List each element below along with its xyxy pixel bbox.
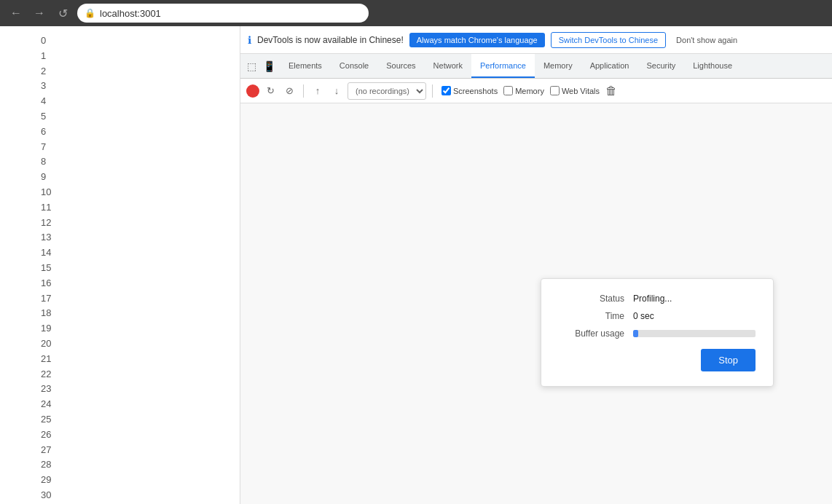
toolbar-separator [303,84,304,98]
back-button[interactable]: ← [7,4,25,22]
list-item: 17 [29,291,225,307]
list-number: 10 [41,185,51,200]
list-item: 19 [29,321,225,336]
list-number: 7 [41,140,46,155]
devtools-tab-security[interactable]: Security [637,54,684,78]
info-icon: ℹ [248,34,251,46]
forward-button[interactable]: → [31,4,48,22]
delete-recording-button[interactable]: 🗑 [603,83,620,99]
list-item: 30 [29,488,225,503]
list-item: 15 [29,261,225,276]
screenshots-label[interactable]: Screenshots [453,87,498,95]
list-item: 22 [29,367,225,382]
list-item: 28 [29,457,225,473]
list-number: 15 [41,261,51,276]
web-vitals-checkbox-group: Web Vitals [550,86,600,95]
address-bar[interactable]: 🔒 localhost:3001 [77,4,369,23]
list-item: 20 [29,336,225,352]
status-value: Profiling... [633,294,672,304]
time-row: Time 0 sec [559,311,756,321]
devtools-tab-lighthouse[interactable]: Lighthouse [684,54,741,78]
web-vitals-label[interactable]: Web Vitals [562,87,600,95]
list-number: 1 [41,49,46,64]
list-item: 12 [29,216,225,231]
memory-checkbox-group: Memory [503,86,544,95]
reload-and-record-button[interactable]: ↻ [262,83,278,99]
list-item: 0 [29,34,225,49]
list-item: 7 [29,140,225,155]
devtools-tab-console[interactable]: Console [331,54,377,78]
lang-notification-bar: ℹ DevTools is now available in Chinese! … [240,26,832,54]
list-item: 8 [29,154,225,170]
switch-to-chinese-button[interactable]: Switch DevTools to Chinese [551,32,666,48]
memory-label[interactable]: Memory [515,87,544,95]
list-number: 29 [41,473,51,488]
profiling-status-popup: Status Profiling... Time 0 sec Buffer us… [541,278,774,387]
memory-checkbox[interactable] [503,86,513,95]
always-match-language-button[interactable]: Always match Chrome's language [409,33,545,47]
list-number: 16 [41,276,51,291]
list-item: 1 [29,49,225,64]
toolbar-separator-2 [432,84,433,98]
url-text: localhost:3001 [100,8,161,19]
download-button[interactable]: ↓ [329,83,345,99]
browser-chrome: ← → ↺ 🔒 localhost:3001 [0,0,832,26]
stop-button[interactable]: Stop [701,349,756,371]
list-number: 22 [41,367,51,382]
list-item: 4 [29,94,225,109]
page-content: 0123456789101112131415161718192021222324… [0,26,240,504]
inspect-element-icon[interactable]: ⬚ [243,58,259,74]
record-button[interactable] [246,84,259,98]
list-item: 9 [29,170,225,185]
list-item: 13 [29,230,225,245]
list-number: 24 [41,397,51,412]
status-label: Status [559,294,624,304]
perf-main-area: Status Profiling... Time 0 sec Buffer us… [240,103,832,504]
list-item: 6 [29,125,225,140]
list-number: 4 [41,94,46,109]
list-item: 11 [29,200,225,216]
devtools-tab-sources[interactable]: Sources [377,54,424,78]
devtools-tab-application[interactable]: Application [581,54,638,78]
devtools-tab-performance[interactable]: Performance [471,54,535,78]
list-number: 0 [41,34,46,49]
list-item: 18 [29,306,225,321]
recordings-select[interactable]: (no recordings) [348,82,426,100]
devtools-tab-network[interactable]: Network [425,54,471,78]
list-number: 6 [41,125,46,140]
main-area: 0123456789101112131415161718192021222324… [0,26,832,504]
list-number: 3 [41,79,46,94]
web-vitals-checkbox[interactable] [550,86,560,95]
devtools-tab-elements[interactable]: Elements [280,54,331,78]
list-number: 14 [41,245,51,261]
lock-icon: 🔒 [85,8,95,18]
list-number: 28 [41,457,51,473]
device-toolbar-icon[interactable]: 📱 [261,58,277,74]
list-number: 12 [41,216,51,231]
buffer-bar [633,330,756,337]
list-number: 11 [41,200,51,216]
list-item: 24 [29,397,225,412]
reload-button[interactable]: ↺ [54,4,71,22]
list-item: 26 [29,428,225,443]
clear-button[interactable]: ⊘ [281,83,297,99]
screenshots-checkbox[interactable] [441,86,451,95]
list-item: 5 [29,109,225,125]
lang-message: DevTools is now available in Chinese! [257,35,404,45]
buffer-bar-fill [633,330,638,337]
list-number: 23 [41,382,51,397]
list-number: 18 [41,306,51,321]
list-item: 3 [29,79,225,94]
page-list: 0123456789101112131415161718192021222324… [15,34,225,504]
dont-show-again-button[interactable]: Don't show again [672,33,742,47]
buffer-label: Buffer usage [559,328,624,339]
list-item: 29 [29,473,225,488]
status-row: Status Profiling... [559,294,756,304]
list-number: 20 [41,336,51,352]
upload-button[interactable]: ↑ [310,83,326,99]
devtools-tab-memory[interactable]: Memory [535,54,581,78]
buffer-row: Buffer usage [559,328,756,339]
devtools-tab-icons: ⬚ 📱 [243,58,277,74]
list-number: 9 [41,170,46,185]
list-item: 27 [29,443,225,458]
